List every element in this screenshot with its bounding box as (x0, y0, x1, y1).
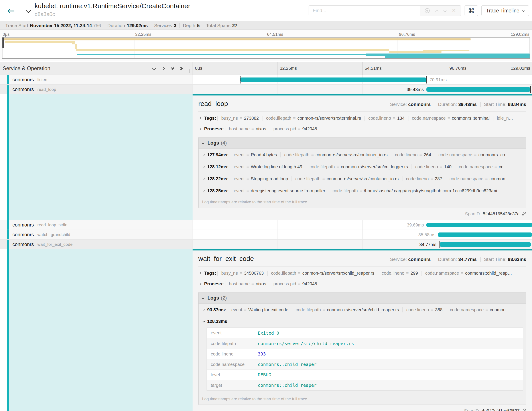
logs-header[interactable]: Logs (4) (199, 137, 526, 149)
timeline-axis-header: 0μs 32.25ms 64.51ms 96.76ms 129.02ms (193, 62, 532, 75)
keyboard-shortcuts-button[interactable]: ⌘ (465, 5, 478, 16)
trace-services: Services3 (151, 23, 180, 28)
service-name: conmonrs (12, 232, 34, 238)
clear-find-icon[interactable]: ✕ (452, 8, 456, 14)
span-name-cell[interactable]: conmonrs read_loop_stdin (0, 220, 193, 230)
chevron-down-icon (522, 9, 524, 12)
minimap-canvas[interactable] (2, 37, 530, 59)
tick-label: 64.51ms (267, 32, 283, 37)
find-input[interactable] (309, 6, 420, 16)
span-timeline-cell: 35.58ms (193, 230, 532, 239)
process-row[interactable]: Process: host.name=nixos process.pid=942… (198, 123, 526, 134)
span-id-value: 5faf48165428c37a (483, 211, 520, 216)
span-row-listen[interactable]: conmonrs listen 70.91ms (0, 75, 532, 85)
tick-label: 129.02ms (511, 66, 530, 71)
command-icon: ⌘ (468, 7, 475, 15)
logs-header[interactable]: Logs (2) (199, 293, 526, 304)
tag: busy_ns=273882 (218, 116, 262, 121)
span-name-cell[interactable]: conmonrs listen (0, 75, 193, 84)
span-id-label: SpanID: (464, 408, 480, 411)
log-marker (240, 76, 241, 83)
log-entry[interactable]: 128.12ms: event=Wrote log line of length… (199, 161, 526, 173)
log-marker (439, 241, 440, 248)
span-bar[interactable] (439, 242, 531, 247)
tags-row[interactable]: Tags: busy_ns=34506763 code.filepath=con… (198, 268, 526, 278)
back-arrow-icon: ← (7, 6, 15, 15)
log-marker (426, 76, 427, 83)
field-row: level DEBUG (207, 370, 523, 380)
minimap-span-bar (423, 50, 469, 51)
span-row-watch-grandchild[interactable]: conmonrs watch_grandchild 35.58ms (0, 230, 532, 240)
span-row-wait-for-exit-code[interactable]: conmonrs wait_for_exit_code 34.77ms (0, 240, 532, 249)
span-name-cell[interactable]: conmonrs read_loop (0, 85, 193, 94)
detail-tint (9, 249, 193, 411)
log-entry[interactable]: 128.25ms: event=deregistering event sour… (199, 185, 526, 197)
span-name-cell[interactable]: conmonrs wait_for_exit_code (0, 240, 193, 249)
span-name-cell[interactable]: conmonrs watch_grandchild (0, 230, 193, 239)
service-operation-label: Service & Operation (3, 65, 50, 71)
operation-name: wait_for_exit_code (38, 242, 73, 247)
span-bar[interactable] (438, 233, 532, 237)
copy-link-icon[interactable] (521, 212, 526, 216)
logs-note: Log timestamps are relative to the start… (199, 197, 526, 208)
span-bar[interactable] (426, 87, 531, 92)
logs-count: (2) (221, 295, 227, 301)
span-duration-label: 70.91ms (429, 77, 446, 82)
find-group: ✕ (309, 5, 461, 16)
view-select-label: Trace Timeline (486, 8, 519, 14)
field-row: event Exited 0 (207, 328, 523, 338)
span-row-read-loop[interactable]: conmonrs read_loop 39.43ms (0, 85, 532, 94)
log-marker (531, 241, 531, 248)
detail-indent-column (0, 249, 193, 411)
service-color-bar (7, 94, 9, 220)
next-match-icon[interactable] (443, 9, 446, 12)
copy-link-icon[interactable] (521, 409, 526, 411)
operation-name: listen (38, 77, 47, 82)
back-button[interactable]: ← (0, 0, 22, 21)
span-bar[interactable] (426, 223, 532, 227)
span-row-read-loop-stdin[interactable]: conmonrs read_loop_stdin 39.69ms (0, 220, 532, 230)
tick-label: 0μs (195, 66, 202, 71)
focus-match-icon[interactable] (425, 8, 430, 13)
operation-name: watch_grandchild (38, 232, 70, 237)
span-bar[interactable] (240, 78, 427, 82)
field-row: code.lineno 393 (207, 349, 523, 359)
log-entry[interactable]: 127.94ms: event=Read 4 bytes code.filepa… (199, 149, 526, 161)
chevron-right-icon (203, 190, 205, 192)
log-entry[interactable]: 93.87ms: event=Waiting for exit code cod… (199, 304, 526, 316)
operation-name: read_loop (38, 87, 56, 92)
service-name: conmonrs (12, 77, 34, 83)
trace-title: kubelet: runtime.v1.RuntimeService/Creat… (35, 2, 190, 10)
service-color-bar (7, 75, 9, 84)
service-color-bar (7, 230, 9, 239)
trace-start: Trace StartNovember 15 2022, 11:24:14.75… (2, 23, 104, 28)
detail-meta: Service:conmonrs Duration:39.43ms Start … (387, 102, 526, 107)
tags-row[interactable]: Tags: busy_ns=273882 code.filepath=conmo… (198, 113, 526, 123)
collapse-all-icon[interactable] (171, 67, 173, 69)
process-row[interactable]: Process: host.name=nixos process.pid=942… (198, 278, 526, 289)
expand-one-icon[interactable] (162, 67, 165, 70)
view-select-button[interactable]: Trace Timeline (481, 5, 529, 16)
minimap-drag-handle[interactable] (2, 38, 4, 48)
trace-title-block: kubelet: runtime.v1.RuntimeService/Creat… (35, 0, 190, 21)
minimap-span-bar (366, 54, 530, 56)
minimap-span-bar (5, 41, 75, 43)
expand-all-icon[interactable] (180, 67, 182, 70)
minimap-span-bar (2, 39, 471, 40)
span-timeline-cell: 70.91ms (193, 75, 532, 84)
field-row: code.filepath conmon-rs/server/src/child… (207, 338, 523, 349)
column-resizer-grip[interactable] (190, 69, 191, 73)
prev-match-icon[interactable] (435, 10, 438, 13)
detail-meta: Service:conmonrs Duration:34.77ms Start … (387, 257, 526, 262)
collapse-one-icon[interactable] (152, 67, 156, 70)
field-row: code.namespace conmonrs::child_reaper (207, 359, 523, 370)
logs-note: Log timestamps are relative to the start… (199, 394, 526, 405)
log-entry-expanded-header[interactable]: 128.33ms (199, 316, 526, 326)
collapse-trace-header-button[interactable] (22, 0, 35, 21)
log-entry[interactable]: 128.22ms: event=Stopping read loop code.… (199, 173, 526, 185)
chevron-down-icon (203, 320, 205, 323)
chevron-right-icon (203, 309, 205, 311)
tag: busy_ns=34506763 (218, 271, 267, 276)
minimap-tick-labels: 0μs 32.25ms 64.51ms 96.76ms 129.02ms (2, 31, 530, 37)
chevron-right-icon (199, 127, 201, 130)
